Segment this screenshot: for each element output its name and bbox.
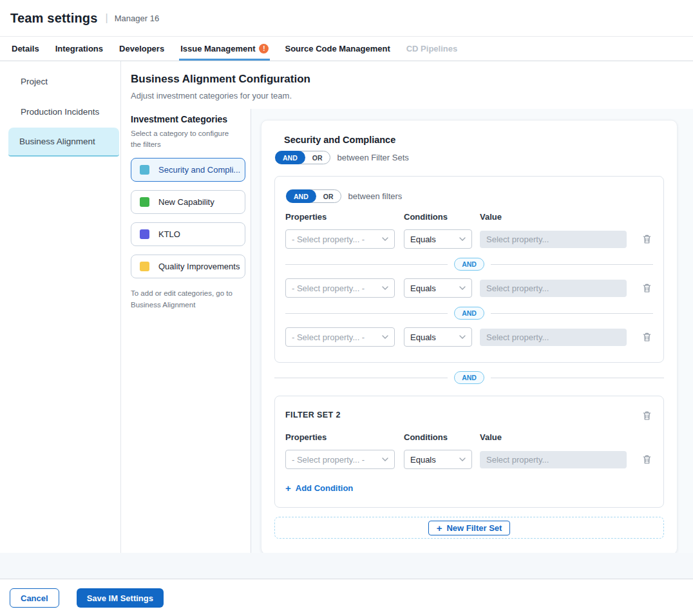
value-input[interactable] [480, 329, 627, 346]
category-new-capability[interactable]: New Capability [131, 190, 245, 214]
sidebar-item-business-alignment[interactable]: Business Alignment [8, 128, 119, 157]
bottom-strip [0, 553, 693, 579]
plus-icon: + [437, 523, 442, 533]
trash-icon [642, 454, 652, 465]
trash-icon [642, 410, 652, 421]
action-footer: Cancel Save IM Settings [0, 579, 693, 616]
trash-icon [642, 332, 652, 342]
category-color-swatch [140, 165, 149, 175]
new-filter-set-dropzone: + New Filter Set [274, 517, 664, 539]
filters-region: Security and Compliance AND OR between F… [251, 109, 693, 553]
new-filter-set-button[interactable]: + New Filter Set [428, 521, 511, 535]
and-connector: AND [285, 258, 653, 271]
header-divider: | [106, 12, 108, 24]
section-subtitle: Adjust investment categories for your te… [131, 91, 693, 101]
chevron-down-icon [459, 335, 466, 339]
value-input[interactable] [480, 451, 627, 468]
filter-set-2-card: FILTER SET 2 Properties Conditions Value [274, 396, 664, 508]
tab-bar: Details Integrations Developers Issue Ma… [0, 37, 693, 61]
category-color-swatch [140, 229, 149, 239]
tab-developers[interactable]: Developers [118, 37, 166, 61]
and-connector-pill: AND [454, 258, 484, 271]
section-title: Business Alignment Configuration [131, 73, 693, 86]
toggle-or-option[interactable]: OR [305, 154, 330, 162]
property-select[interactable]: - Select property... - [285, 327, 395, 347]
between-filter-sets-label: between Filter Sets [337, 153, 409, 162]
value-header: Value [480, 212, 502, 222]
tab-details[interactable]: Details [10, 37, 41, 61]
delete-filter-button[interactable] [641, 453, 653, 466]
condition-select[interactable]: Equals [404, 327, 472, 347]
chevron-down-icon [459, 457, 466, 461]
filter-row: - Select property... - Equals [285, 229, 653, 249]
warning-badge-icon: ! [259, 44, 269, 53]
investment-categories-column: Investment Categories Select a category … [121, 109, 251, 553]
and-connector-pill: AND [454, 307, 484, 320]
delete-filter-button[interactable] [641, 331, 653, 343]
toggle-or-option[interactable]: OR [316, 193, 341, 200]
tab-source-code-management[interactable]: Source Code Management [283, 37, 391, 61]
delete-filter-set-button[interactable] [641, 409, 653, 422]
selected-category-title: Security and Compliance [284, 135, 664, 145]
filter-row: - Select property... - Equals [285, 278, 653, 298]
toggle-and-option[interactable]: AND [275, 151, 305, 164]
tab-issue-management[interactable]: Issue Management ! [179, 37, 270, 61]
sidebar-item-production-incidents[interactable]: Production Incidents [1, 97, 119, 126]
trash-icon [642, 234, 652, 244]
properties-header: Properties [285, 432, 404, 442]
between-filters-label: between filters [348, 191, 403, 201]
chevron-down-icon [459, 237, 466, 241]
page-header-title: Team settings [10, 11, 98, 26]
property-select[interactable]: - Select property... - [285, 229, 395, 249]
delete-filter-button[interactable] [641, 233, 653, 245]
property-select[interactable]: - Select property... - [285, 278, 395, 298]
filter-set-2-title: FILTER SET 2 [285, 409, 341, 419]
category-quality-improvements[interactable]: Quality Improvements [131, 255, 245, 278]
category-security-and-compliance[interactable]: Security and Compli... [131, 158, 245, 182]
cancel-button[interactable]: Cancel [10, 588, 59, 608]
filter-sets-and-or-toggle[interactable]: AND OR [275, 151, 330, 164]
value-input[interactable] [480, 280, 627, 297]
body: Project Production Incidents Business Al… [0, 61, 693, 553]
save-im-settings-button[interactable]: Save IM Settings [77, 588, 164, 608]
and-connector: AND [285, 307, 653, 320]
sidebar-item-project[interactable]: Project [1, 67, 119, 96]
conditions-header: Conditions [404, 212, 480, 222]
value-input[interactable] [480, 231, 627, 248]
property-select[interactable]: - Select property... - [285, 450, 395, 469]
chevron-down-icon [382, 286, 388, 290]
team-settings-window: Team settings | Manager 16 Details Integ… [0, 0, 693, 616]
settings-sidebar: Project Production Incidents Business Al… [0, 61, 121, 553]
trash-icon [642, 283, 652, 293]
add-condition-button[interactable]: + Add Condition [285, 483, 353, 493]
page-header: Team settings | Manager 16 [0, 0, 693, 37]
value-header: Value [480, 432, 502, 442]
condition-select[interactable]: Equals [404, 278, 472, 298]
category-ktlo[interactable]: KTLO [131, 222, 245, 246]
filter-columns-header: Properties Conditions Value [285, 212, 653, 222]
chevron-down-icon [382, 335, 388, 339]
condition-select[interactable]: Equals [404, 229, 472, 249]
condition-select[interactable]: Equals [404, 450, 472, 469]
categories-footnote: To add or edit categories, go to Busines… [131, 288, 237, 311]
tab-integrations[interactable]: Integrations [54, 37, 104, 61]
delete-filter-button[interactable] [641, 282, 653, 294]
category-color-swatch [140, 197, 149, 207]
chevron-down-icon [459, 286, 466, 290]
filter-columns-header: Properties Conditions Value [285, 432, 653, 442]
investment-categories-subtitle: Select a category to configure the filte… [131, 128, 234, 149]
filter-row: - Select property... - Equals [285, 327, 653, 347]
tab-cd-pipelines: CD Pipelines [405, 37, 459, 61]
category-color-swatch [140, 262, 149, 271]
and-connector-pill: AND [454, 371, 484, 384]
filter-row: - Select property... - Equals [285, 450, 653, 469]
conditions-header: Conditions [404, 432, 480, 442]
toggle-and-option[interactable]: AND [286, 189, 316, 203]
filters-and-or-toggle[interactable]: AND OR [286, 189, 341, 203]
page-head: Business Alignment Configuration Adjust … [121, 61, 693, 109]
investment-categories-title: Investment Categories [131, 114, 243, 124]
category-filters-panel: Security and Compliance AND OR between F… [261, 120, 678, 555]
filter-set-1-card: AND OR between filters Properties Condit… [274, 176, 664, 363]
plus-icon: + [285, 483, 291, 493]
chevron-down-icon [382, 457, 388, 461]
